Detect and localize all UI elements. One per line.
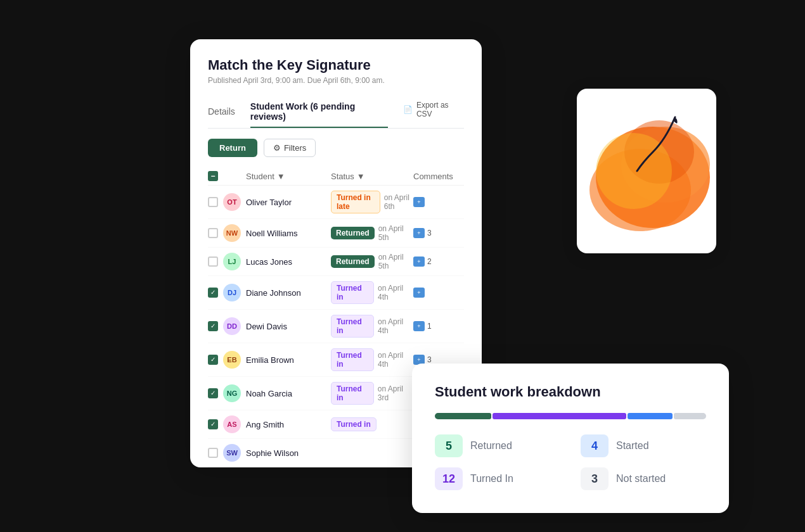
status-cell: Returnedon April 5th bbox=[331, 253, 413, 270]
status-badge: Turned in bbox=[331, 281, 374, 304]
breakdown-title: Student work breakdown bbox=[435, 384, 706, 400]
status-cell: Returnedon April 5th bbox=[331, 224, 413, 242]
stat-badge: 3 bbox=[581, 467, 609, 490]
stats-grid: 5Returned4Started12Turned In3Not started bbox=[435, 434, 706, 490]
avatar: LJ bbox=[223, 253, 241, 270]
select-all-checkbox[interactable] bbox=[208, 171, 218, 181]
col-status-header[interactable]: Status ▼ bbox=[331, 172, 413, 181]
progress-bar bbox=[435, 413, 706, 419]
table-row[interactable]: DJDiane JohnsonTurned inon April 4th+ bbox=[208, 276, 464, 310]
status-badge: Turned in bbox=[331, 348, 374, 371]
student-name: Emilia Brown bbox=[246, 355, 331, 365]
avatar: OT bbox=[223, 193, 241, 211]
status-cell: Turned inon April 3rd bbox=[331, 382, 413, 405]
assignment-subtitle: Published April 3rd, 9:00 am. Due April … bbox=[208, 76, 464, 85]
student-name: Dewi Davis bbox=[246, 322, 331, 331]
student-name: Lucas Jones bbox=[246, 257, 331, 267]
assignment-title: Match the Key Signature bbox=[208, 57, 464, 73]
status-badge: Turned in bbox=[331, 417, 377, 431]
status-cell: Turned in lateon April 6th bbox=[331, 191, 413, 213]
progress-segment bbox=[435, 413, 491, 419]
avatar: NW bbox=[223, 224, 241, 242]
comment-icon: + bbox=[413, 228, 425, 238]
comments-cell[interactable]: +2 bbox=[413, 256, 464, 267]
student-name: Sophie Wilson bbox=[246, 448, 331, 458]
avatar: DD bbox=[223, 317, 241, 335]
stat-label: Started bbox=[616, 440, 649, 452]
comment-icon: + bbox=[413, 288, 425, 298]
toolbar: Return ⚙ Filters bbox=[208, 139, 464, 157]
avatar: DJ bbox=[223, 284, 241, 301]
tab-student-work[interactable]: Student Work (6 pending reviews) bbox=[250, 96, 388, 128]
status-sort-icon: ▼ bbox=[357, 172, 365, 181]
status-badge: Turned in bbox=[331, 382, 374, 405]
stat-label: Not started bbox=[616, 473, 666, 484]
progress-segment bbox=[674, 413, 706, 419]
student-name: Diane Johnson bbox=[246, 288, 331, 298]
filters-button[interactable]: ⚙ Filters bbox=[264, 139, 316, 157]
stat-badge: 4 bbox=[581, 434, 609, 457]
row-checkbox[interactable] bbox=[208, 321, 218, 331]
tab-bar: Details Student Work (6 pending reviews)… bbox=[208, 96, 464, 129]
stat-badge: 12 bbox=[435, 467, 463, 490]
student-name: Noell Williams bbox=[246, 229, 331, 238]
progress-segment bbox=[628, 413, 673, 419]
table-row[interactable]: DDDewi DavisTurned inon April 4th+1 bbox=[208, 310, 464, 343]
col-comments-header: Comments bbox=[413, 172, 464, 181]
stat-item: 3Not started bbox=[581, 467, 706, 490]
row-checkbox[interactable] bbox=[208, 448, 218, 458]
row-checkbox[interactable] bbox=[208, 256, 218, 267]
comment-icon: + bbox=[413, 197, 425, 207]
stat-item: 4Started bbox=[581, 434, 706, 457]
stat-label: Turned In bbox=[470, 473, 513, 484]
table-header: Student ▼ Status ▼ Comments bbox=[208, 167, 464, 186]
stat-item: 12Turned In bbox=[435, 467, 560, 490]
status-badge: Turned in bbox=[331, 315, 374, 338]
breakdown-card: Student work breakdown 5Returned4Started… bbox=[412, 364, 729, 513]
row-checkbox[interactable] bbox=[208, 288, 218, 298]
tab-details[interactable]: Details bbox=[208, 101, 235, 123]
comments-cell[interactable]: + bbox=[413, 288, 464, 298]
filter-icon: ⚙ bbox=[273, 143, 281, 153]
avatar: SW bbox=[223, 444, 241, 462]
progress-segment bbox=[493, 413, 626, 419]
status-cell: Turned inon April 4th bbox=[331, 348, 413, 371]
row-checkbox[interactable] bbox=[208, 388, 218, 398]
comments-cell[interactable]: +3 bbox=[413, 228, 464, 238]
comments-cell[interactable]: + bbox=[413, 197, 464, 207]
avatar: EB bbox=[223, 351, 241, 369]
avatar: AS bbox=[223, 415, 241, 433]
comment-icon: + bbox=[413, 321, 425, 331]
comments-cell[interactable]: +1 bbox=[413, 321, 464, 331]
avatar: NG bbox=[223, 384, 241, 402]
row-checkbox[interactable] bbox=[208, 419, 218, 429]
stat-badge: 5 bbox=[435, 434, 463, 457]
blob-card bbox=[577, 89, 716, 253]
stat-item: 5Returned bbox=[435, 434, 560, 457]
col-student-header[interactable]: Student ▼ bbox=[246, 172, 331, 181]
export-icon: 📄 bbox=[403, 105, 413, 114]
comment-icon: + bbox=[413, 256, 425, 267]
status-cell: Turned inon April 4th bbox=[331, 281, 413, 304]
sort-icon: ▼ bbox=[277, 172, 285, 181]
table-row[interactable]: NWNoell WilliamsReturnedon April 5th+3 bbox=[208, 219, 464, 248]
student-name: Ang Smith bbox=[246, 420, 331, 429]
export-csv[interactable]: 📄 Export as CSV bbox=[403, 101, 464, 124]
row-checkbox[interactable] bbox=[208, 197, 218, 207]
table-row[interactable]: LJLucas JonesReturnedon April 5th+2 bbox=[208, 248, 464, 276]
student-name: Noah Garcia bbox=[246, 389, 331, 398]
status-cell: Turned inon April 4th bbox=[331, 315, 413, 338]
status-badge: Returned bbox=[331, 255, 375, 268]
stat-label: Returned bbox=[470, 440, 512, 452]
student-name: Oliver Taylor bbox=[246, 198, 331, 207]
table-row[interactable]: OTOliver TaylorTurned in lateon April 6t… bbox=[208, 186, 464, 219]
status-badge: Turned in late bbox=[331, 191, 380, 213]
row-checkbox[interactable] bbox=[208, 355, 218, 365]
row-checkbox[interactable] bbox=[208, 228, 218, 238]
status-badge: Returned bbox=[331, 227, 375, 239]
return-button[interactable]: Return bbox=[208, 139, 257, 157]
status-cell: Turned in bbox=[331, 417, 413, 431]
